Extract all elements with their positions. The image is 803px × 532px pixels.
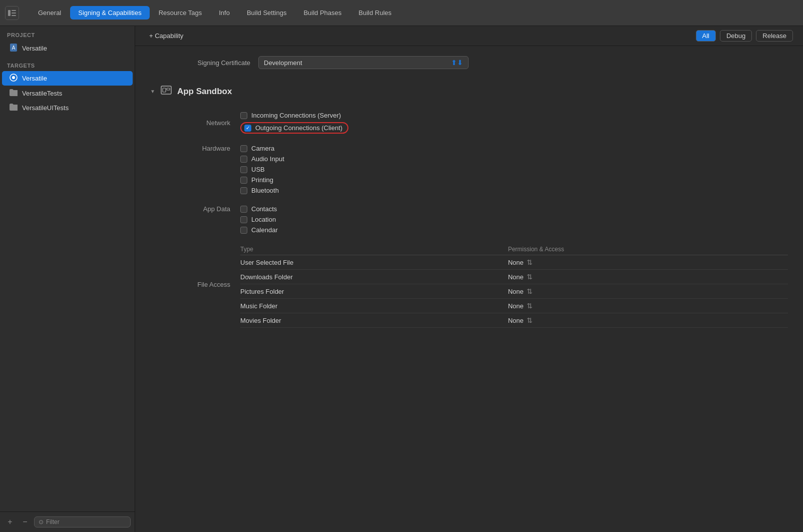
printing-checkbox[interactable] <box>240 177 247 184</box>
select-arrows-icon: ⬆⬇ <box>451 59 463 67</box>
outgoing-connections-item: Outgoing Connections (Client) <box>240 122 348 134</box>
svg-rect-0 <box>8 10 11 16</box>
filter-all-button[interactable]: All <box>696 30 716 42</box>
app-sandbox-title: App Sandbox <box>177 87 232 97</box>
stepper-icon[interactable]: ⇅ <box>527 273 533 281</box>
contacts-checkbox[interactable] <box>240 206 247 213</box>
calendar-item: Calendar <box>240 226 278 234</box>
file-permission-cell[interactable]: None ⇅ <box>508 299 788 313</box>
sidebar-item-versatile-ui-tests[interactable]: VersatileUITests <box>2 101 133 115</box>
audio-input-checkbox[interactable] <box>240 156 247 163</box>
bluetooth-checkbox[interactable] <box>240 187 247 194</box>
col-type-header: Type <box>240 244 508 255</box>
folder-icon-ui <box>9 104 18 112</box>
audio-input-item: Audio Input <box>240 155 284 163</box>
contacts-label: Contacts <box>251 205 277 213</box>
network-label: Network <box>150 119 230 127</box>
file-access-row: Movies Folder None ⇅ <box>240 313 788 328</box>
outgoing-connections-label: Outgoing Connections (Client) <box>255 124 342 132</box>
sidebar-item-label: VersatileTests <box>22 90 62 97</box>
location-checkbox[interactable] <box>240 216 247 223</box>
svg-rect-2 <box>12 13 16 14</box>
sidebar-item-versatile-tests[interactable]: VersatileTests <box>2 87 133 100</box>
tab-signing[interactable]: Signing & Capabilities <box>70 6 149 20</box>
sidebar-item-label: VersatileUITests <box>22 104 69 112</box>
hardware-items: Camera Audio Input USB Printing <box>240 145 284 194</box>
target-icon <box>9 74 18 83</box>
sidebar-toggle[interactable] <box>5 6 19 20</box>
hardware-row: Hardware Camera Audio Input USB <box>150 142 788 197</box>
app-data-row: App Data Contacts Location Calendar <box>150 202 788 237</box>
file-access-table: Type Permission & Access User Selected F… <box>240 244 788 328</box>
permission-value: None <box>508 302 524 310</box>
chevron-down-icon: ▼ <box>150 89 155 94</box>
permission-value: None <box>508 259 524 266</box>
tab-general[interactable]: General <box>30 6 69 20</box>
file-type-cell: User Selected File <box>240 255 508 270</box>
network-items: Incoming Connections (Server) Outgoing C… <box>240 112 348 134</box>
filter-box[interactable]: ⊙ Filter <box>34 516 131 527</box>
add-capability-button[interactable]: + Capability <box>145 31 187 41</box>
tab-build-settings[interactable]: Build Settings <box>239 6 295 20</box>
filter-debug-button[interactable]: Debug <box>720 30 752 42</box>
tab-build-phases[interactable]: Build Phases <box>295 6 349 20</box>
file-type-cell: Music Folder <box>240 299 508 313</box>
sub-toolbar: + Capability All Debug Release <box>135 26 803 46</box>
file-type-cell: Downloads Folder <box>240 270 508 284</box>
tab-resource-tags[interactable]: Resource Tags <box>151 6 210 20</box>
stepper-icon[interactable]: ⇅ <box>527 287 533 295</box>
signing-certificate-select[interactable]: Development ⬆⬇ <box>258 56 469 69</box>
stepper-icon[interactable]: ⇅ <box>527 316 533 324</box>
tab-build-rules[interactable]: Build Rules <box>350 6 399 20</box>
file-permission-cell[interactable]: None ⇅ <box>508 284 788 299</box>
remove-target-button[interactable]: − <box>19 516 31 528</box>
sidebar-item-label: Versatile <box>22 45 47 52</box>
file-access-label: File Access <box>150 281 230 291</box>
camera-label: Camera <box>251 145 274 152</box>
sidebar-bottom-bar: + − ⊙ Filter <box>0 511 135 532</box>
file-type-cell: Pictures Folder <box>240 284 508 299</box>
bluetooth-label: Bluetooth <box>251 187 279 194</box>
calendar-checkbox[interactable] <box>240 227 247 234</box>
file-access-row: User Selected File None ⇅ <box>240 255 788 270</box>
sidebar-item-versatile-target[interactable]: Versatile <box>2 71 133 86</box>
incoming-connections-checkbox[interactable] <box>240 112 247 119</box>
permission-value: None <box>508 288 524 295</box>
project-section-label: PROJECT <box>0 26 135 40</box>
usb-item: USB <box>240 166 284 173</box>
sidebar-item-versatile-project[interactable]: A Versatile <box>2 41 133 56</box>
tab-bar: General Signing & Capabilities Resource … <box>0 0 803 26</box>
tab-info[interactable]: Info <box>211 6 238 20</box>
file-permission-cell[interactable]: None ⇅ <box>508 270 788 284</box>
file-access-header-row: File Access Type Permission & Access Use… <box>150 244 788 328</box>
app-data-items: Contacts Location Calendar <box>240 205 278 234</box>
usb-label: USB <box>251 166 265 173</box>
signing-certificate-label: Signing Certificate <box>150 59 250 67</box>
audio-input-label: Audio Input <box>251 155 284 163</box>
contacts-item: Contacts <box>240 205 278 213</box>
svg-rect-1 <box>12 10 16 11</box>
file-permission-cell[interactable]: None ⇅ <box>508 255 788 270</box>
file-permission-cell[interactable]: None ⇅ <box>508 313 788 328</box>
targets-section-label: TARGETS <box>0 57 135 71</box>
svg-point-7 <box>12 76 15 79</box>
camera-checkbox[interactable] <box>240 145 247 152</box>
permission-value: None <box>508 317 524 324</box>
printing-label: Printing <box>251 176 273 184</box>
incoming-connections-label: Incoming Connections (Server) <box>251 112 341 119</box>
add-target-button[interactable]: + <box>4 516 16 528</box>
sidebar: PROJECT A Versatile TARGETS Versatile <box>0 26 135 532</box>
svg-rect-10 <box>167 88 170 90</box>
app-sandbox-section-header[interactable]: ▼ App Sandbox <box>150 84 788 99</box>
document-icon: A <box>9 43 18 54</box>
filter-release-button[interactable]: Release <box>756 30 793 42</box>
signing-certificate-value: Development <box>264 59 302 67</box>
stepper-icon[interactable]: ⇅ <box>527 302 533 310</box>
outgoing-connections-checkbox[interactable] <box>244 125 251 132</box>
stepper-icon[interactable]: ⇅ <box>527 258 533 266</box>
location-item: Location <box>240 216 278 223</box>
file-type-cell: Movies Folder <box>240 313 508 328</box>
app-sandbox-icon <box>160 84 172 99</box>
signing-certificate-row: Signing Certificate Development ⬆⬇ <box>150 51 788 74</box>
usb-checkbox[interactable] <box>240 166 247 173</box>
